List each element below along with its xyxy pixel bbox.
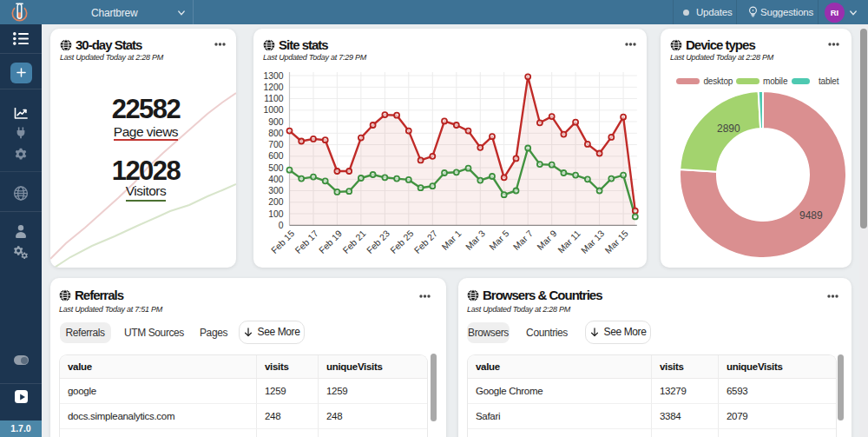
svg-text:600: 600: [268, 151, 284, 161]
svg-text:2890: 2890: [717, 122, 740, 135]
svg-text:Mar 5: Mar 5: [487, 228, 511, 252]
svg-text:1000: 1000: [263, 105, 283, 115]
svg-text:Feb 21: Feb 21: [340, 228, 368, 255]
svg-text:Feb 17: Feb 17: [293, 228, 320, 255]
svg-text:1300: 1300: [263, 71, 283, 81]
svg-text:900: 900: [268, 117, 284, 127]
svg-text:Mar 15: Mar 15: [602, 228, 630, 255]
svg-text:Mar 11: Mar 11: [556, 228, 582, 255]
svg-text:Mar 13: Mar 13: [579, 228, 607, 255]
svg-text:0: 0: [279, 221, 284, 230]
svg-text:400: 400: [268, 175, 284, 184]
svg-text:Feb 27: Feb 27: [411, 228, 439, 255]
svg-text:1100: 1100: [264, 94, 284, 103]
svg-text:Feb 15: Feb 15: [269, 228, 297, 255]
svg-text:Feb 19: Feb 19: [317, 228, 345, 255]
svg-text:Feb 23: Feb 23: [365, 228, 392, 255]
svg-text:500: 500: [268, 163, 284, 173]
svg-text:Mar 1: Mar 1: [439, 228, 464, 252]
svg-text:200: 200: [268, 197, 284, 207]
svg-text:Mar 7: Mar 7: [511, 228, 536, 252]
svg-text:Feb 25: Feb 25: [388, 228, 416, 255]
svg-text:1200: 1200: [263, 83, 283, 92]
svg-text:800: 800: [268, 129, 284, 138]
svg-text:700: 700: [268, 140, 284, 149]
svg-text:9489: 9489: [799, 209, 823, 222]
svg-text:100: 100: [268, 209, 284, 219]
svg-text:300: 300: [268, 186, 284, 195]
svg-text:Mar 3: Mar 3: [464, 228, 488, 252]
